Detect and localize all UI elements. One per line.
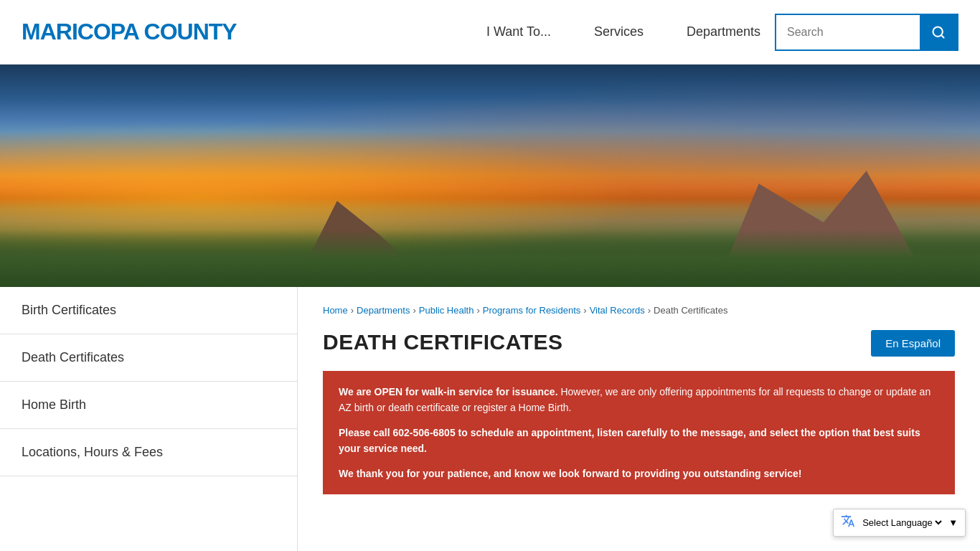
nav-services[interactable]: Services xyxy=(594,24,644,39)
espanol-button[interactable]: En Español xyxy=(871,330,955,357)
search-button[interactable] xyxy=(920,15,957,50)
alert-paragraph-3: We thank you for your patience, and know… xyxy=(339,466,939,481)
sidebar-item-locations-hours-fees[interactable]: Locations, Hours & Fees xyxy=(0,429,297,476)
translate-icon xyxy=(841,514,855,532)
breadcrumb-sep-1: › xyxy=(351,305,354,316)
site-logo[interactable]: MARICOPA COUNTY xyxy=(22,19,237,45)
sidebar-item-death-certificates[interactable]: Death Certificates xyxy=(0,334,297,382)
breadcrumb-sep-2: › xyxy=(413,305,415,316)
site-header: MARICOPA COUNTY I Want To... Services De… xyxy=(0,0,980,65)
alert-box: We are OPEN for walk-in service for issu… xyxy=(323,371,955,494)
breadcrumb-programs[interactable]: Programs for Residents xyxy=(483,305,581,316)
breadcrumb-vital-records[interactable]: Vital Records xyxy=(590,305,645,316)
sidebar: Birth Certificates Death Certificates Ho… xyxy=(0,287,298,551)
nav-i-want-to[interactable]: I Want To... xyxy=(486,24,551,39)
breadcrumb-sep-5: › xyxy=(648,305,651,316)
chevron-down-icon: ▼ xyxy=(948,517,958,528)
search-icon xyxy=(931,25,946,39)
breadcrumb-departments[interactable]: Departments xyxy=(357,305,410,316)
sidebar-item-birth-certificates[interactable]: Birth Certificates xyxy=(0,287,297,334)
page-title: DEATH CERTIFICATES xyxy=(323,330,563,354)
alert-open-text: We are OPEN for walk-in service for issu… xyxy=(339,386,558,397)
main-nav: I Want To... Services Departments xyxy=(486,24,760,39)
breadcrumb-public-health[interactable]: Public Health xyxy=(419,305,474,316)
breadcrumb-current: Death Certificates xyxy=(654,305,727,316)
alert-thank-text: We thank you for your patience, and know… xyxy=(339,468,801,479)
breadcrumb: Home › Departments › Public Health › Pro… xyxy=(323,305,955,316)
nav-departments[interactable]: Departments xyxy=(687,24,760,39)
language-selector[interactable]: Select Language Español Français ▼ xyxy=(833,509,966,537)
search-box xyxy=(775,14,958,51)
title-row: DEATH CERTIFICATES En Español xyxy=(323,330,955,357)
hero-banner xyxy=(0,65,980,287)
breadcrumb-sep-4: › xyxy=(583,305,586,316)
alert-call-text: Please call 602-506-6805 to schedule an … xyxy=(339,427,920,454)
vegetation xyxy=(0,230,980,287)
breadcrumb-sep-3: › xyxy=(476,305,479,316)
alert-paragraph-2: Please call 602-506-6805 to schedule an … xyxy=(339,425,939,457)
breadcrumb-home[interactable]: Home xyxy=(323,305,348,316)
sidebar-item-home-birth[interactable]: Home Birth xyxy=(0,382,297,429)
search-input[interactable] xyxy=(776,15,920,50)
alert-paragraph-1: We are OPEN for walk-in service for issu… xyxy=(339,384,939,416)
language-select-dropdown[interactable]: Select Language Español Français xyxy=(859,517,944,529)
svg-line-1 xyxy=(941,34,944,37)
